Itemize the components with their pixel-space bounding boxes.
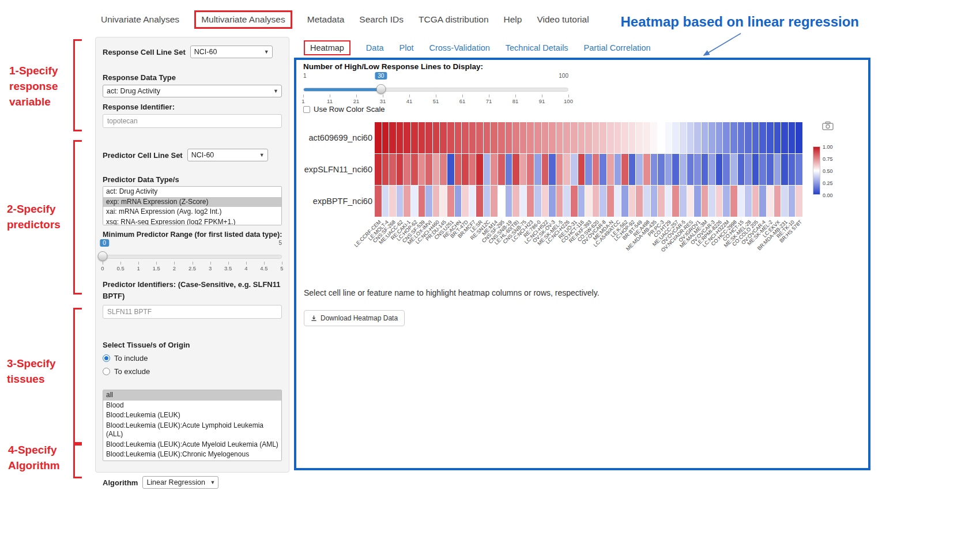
heatmap-cell[interactable] (629, 186, 636, 217)
heatmap-cell[interactable] (534, 154, 541, 185)
heatmap-cell[interactable] (738, 154, 745, 185)
predictor-data-type-option[interactable]: xsq: RNA-seq Expression (log2 FPKM+1.) (103, 217, 281, 226)
heatmap-cell[interactable] (781, 154, 788, 185)
heatmap-cell[interactable] (375, 122, 382, 153)
heatmap-cell[interactable] (571, 122, 578, 153)
heatmap-cell[interactable] (658, 186, 665, 217)
heatmap-cell[interactable] (615, 186, 621, 217)
heatmap-cell[interactable] (593, 186, 600, 217)
heatmap-cell[interactable] (455, 122, 462, 153)
lines-slider-track[interactable] (303, 88, 568, 92)
heatmap-cell[interactable] (411, 186, 418, 217)
predictor-data-type-option[interactable]: act: Drug Activity (103, 187, 281, 197)
heatmap-cell[interactable] (767, 122, 774, 153)
heatmap-cell[interactable] (687, 122, 694, 153)
heatmap-cell[interactable] (571, 154, 578, 185)
heatmap-row-label[interactable]: act609699_nci60 (309, 122, 372, 153)
heatmap-cell[interactable] (680, 122, 687, 153)
lines-slider[interactable]: 1 100 30 1112131415161718191100 (303, 73, 568, 107)
heatmap-cell[interactable] (506, 122, 512, 153)
heatmap-cell[interactable] (484, 154, 491, 185)
tab-heatmap[interactable]: Heatmap (304, 40, 350, 55)
heatmap-cell[interactable] (781, 122, 788, 153)
response-identifier-input[interactable] (103, 114, 282, 128)
nav-item-tcga-distribution[interactable]: TCGA distribution (419, 14, 488, 25)
heatmap-cell[interactable] (658, 154, 665, 185)
heatmap-cell[interactable] (397, 154, 404, 185)
heatmap-cell[interactable] (752, 122, 759, 153)
tab-plot[interactable]: Plot (399, 43, 413, 52)
heatmap-cell[interactable] (629, 122, 636, 153)
heatmap-cell[interactable] (665, 186, 672, 217)
heatmap-cell[interactable] (745, 154, 752, 185)
heatmap-cell[interactable] (563, 154, 570, 185)
tissue-option[interactable]: all (103, 390, 281, 401)
nav-item-metadata[interactable]: Metadata (307, 14, 345, 25)
heatmap-cell[interactable] (658, 122, 665, 153)
heatmap-cell[interactable] (520, 186, 527, 217)
heatmap-cell[interactable] (498, 122, 505, 153)
heatmap-cell[interactable] (694, 154, 701, 185)
heatmap-cell[interactable] (730, 154, 737, 185)
heatmap-cell[interactable] (397, 122, 404, 153)
heatmap-cell[interactable] (651, 122, 658, 153)
tab-partial-correlation[interactable]: Partial Correlation (584, 43, 651, 52)
min-predictor-range-slider[interactable]: 0 5 00.511.522.533.544.55 (103, 240, 282, 273)
heatmap-cell[interactable] (789, 122, 796, 153)
heatmap-cell[interactable] (556, 186, 563, 217)
heatmap-cell[interactable] (506, 154, 512, 185)
heatmap-cell[interactable] (506, 186, 512, 217)
heatmap-cell[interactable] (440, 186, 447, 217)
heatmap-cell[interactable] (563, 122, 570, 153)
heatmap-cell[interactable] (600, 122, 606, 153)
heatmap-cell[interactable] (462, 154, 469, 185)
heatmap-cell[interactable] (643, 186, 650, 217)
heatmap-cell[interactable] (680, 186, 687, 217)
heatmap-cell[interactable] (621, 122, 628, 153)
heatmap-cell[interactable] (462, 122, 469, 153)
heatmap-cell[interactable] (621, 186, 628, 217)
heatmap-cell[interactable] (425, 154, 432, 185)
heatmap-cell[interactable] (607, 154, 614, 185)
heatmap-cell[interactable] (621, 154, 628, 185)
heatmap-cell[interactable] (578, 122, 585, 153)
heatmap-cell[interactable] (433, 186, 440, 217)
nav-item-video-tutorial[interactable]: Video tutorial (537, 14, 589, 25)
heatmap-cell[interactable] (738, 186, 745, 217)
heatmap-cell[interactable] (723, 122, 730, 153)
heatmap-cell[interactable] (433, 122, 440, 153)
heatmap-cell[interactable] (702, 154, 708, 185)
heatmap-cell[interactable] (585, 186, 592, 217)
heatmap-cell[interactable] (397, 186, 404, 217)
heatmap-cell[interactable] (419, 186, 425, 217)
heatmap-cell[interactable] (476, 122, 483, 153)
range-slider-handle[interactable] (98, 251, 108, 261)
heatmap-cell[interactable] (447, 154, 454, 185)
heatmap-cell[interactable] (512, 154, 519, 185)
heatmap-cell[interactable] (469, 122, 476, 153)
nav-item-univariate-analyses[interactable]: Univariate Analyses (101, 14, 179, 25)
heatmap-cell[interactable] (687, 186, 694, 217)
heatmap-cell[interactable] (484, 122, 491, 153)
tissue-option[interactable]: Blood:Leukemia (LEUK):Chronic Myelogenou… (103, 450, 281, 461)
heatmap-cell[interactable] (723, 186, 730, 217)
heatmap-cell[interactable] (527, 154, 534, 185)
heatmap-cell[interactable] (745, 122, 752, 153)
tissue-option[interactable]: Blood:Leukemia (LEUK) (103, 410, 281, 421)
heatmap-cell[interactable] (419, 154, 425, 185)
nav-item-search-ids[interactable]: Search IDs (359, 14, 404, 25)
heatmap-cell[interactable] (716, 122, 723, 153)
heatmap-cell[interactable] (774, 154, 781, 185)
heatmap-cell[interactable] (382, 154, 389, 185)
heatmap-cell[interactable] (425, 186, 432, 217)
heatmap-cell[interactable] (600, 186, 606, 217)
tab-data[interactable]: Data (366, 43, 384, 52)
heatmap-cell[interactable] (549, 186, 556, 217)
heatmap-cell[interactable] (411, 154, 418, 185)
tissue-exclude-radio[interactable] (103, 368, 110, 375)
heatmap-cell[interactable] (665, 154, 672, 185)
heatmap-cell[interactable] (796, 186, 802, 217)
range-slider-track[interactable] (103, 255, 282, 259)
heatmap-cell[interactable] (476, 154, 483, 185)
heatmap-cell[interactable] (498, 186, 505, 217)
